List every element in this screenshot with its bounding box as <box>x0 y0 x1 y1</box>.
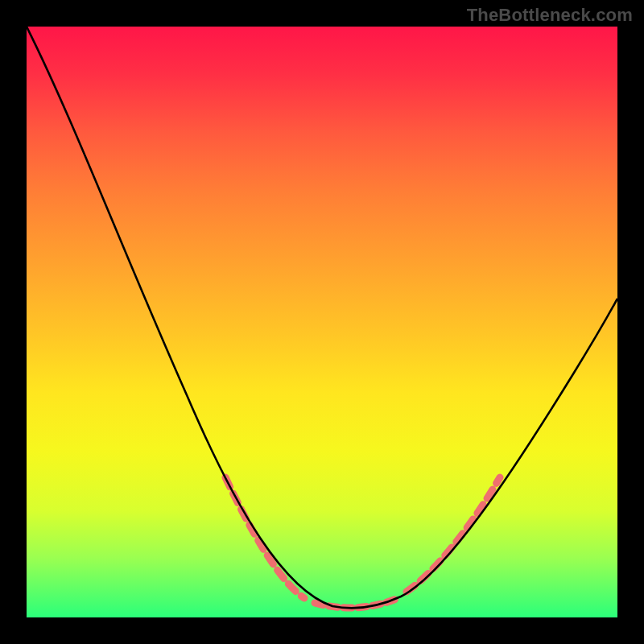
chart-svg <box>27 27 617 617</box>
highlight-right <box>407 477 500 592</box>
watermark-text: TheBottleneck.com <box>467 5 633 26</box>
chart-container: TheBottleneck.com <box>0 0 644 644</box>
bottleneck-curve <box>27 27 617 608</box>
plot-area <box>27 27 617 617</box>
